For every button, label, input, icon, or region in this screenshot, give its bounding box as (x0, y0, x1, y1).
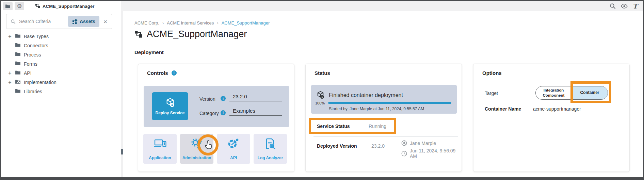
person-icon (401, 140, 407, 146)
deployment-section-heading: Deployment (134, 49, 164, 55)
asset-navigator-sidebar: Assets × + Base Types Connectors Process… (1, 11, 121, 177)
deploy-service-button[interactable]: Deploy Service (152, 92, 188, 120)
container-name-label: Container Name (485, 106, 521, 112)
assets-icon (72, 19, 78, 24)
expand-plus-icon[interactable]: + (7, 70, 12, 76)
target-toggle: Integration Component Container (535, 86, 608, 100)
sidebar-item-forms[interactable]: Forms (1, 59, 121, 68)
status-message: Finished container deployment (329, 92, 403, 98)
target-label: Target (485, 91, 498, 96)
breadcrumb-item-acme-corp[interactable]: ACME Corp. (134, 20, 159, 26)
sidebar-item-api[interactable]: + API (1, 68, 121, 78)
target-option-container[interactable]: Container (571, 86, 608, 99)
text-tool-icon[interactable]: T (633, 3, 638, 10)
administration-tile-button[interactable]: Administration (180, 134, 213, 164)
container-name-value: acme-supportmanager (533, 106, 581, 112)
topbar-tab-strip: ⚙ ACME_SupportManager (1, 1, 121, 11)
administration-icon (190, 134, 203, 153)
project-hierarchy-icon (35, 4, 40, 9)
deployed-version-label: Deployed Version (317, 143, 357, 149)
deployment-status-panel: Finished container deployment 100% Start… (311, 85, 457, 114)
log-analyzer-tile-button[interactable]: Log Analyzer (254, 134, 287, 164)
assets-filter-chip[interactable]: Assets (68, 16, 99, 27)
folder-icon (5, 4, 11, 9)
resize-handle-icon[interactable] (121, 149, 123, 154)
progress-bar (328, 102, 451, 104)
search-icon[interactable] (610, 3, 616, 9)
deployed-at-value: Jun 11, 2024, 9:56:09 AM (410, 148, 462, 159)
sidebar-resize-divider[interactable] (121, 11, 123, 177)
status-heading: Status (315, 70, 330, 76)
deploy-package-icon (165, 97, 176, 108)
category-value[interactable]: Examples (229, 108, 282, 116)
container-package-icon (316, 91, 325, 100)
api-tile-button[interactable]: API (217, 134, 250, 164)
sidebar-item-connectors[interactable]: Connectors (1, 41, 121, 50)
breadcrumb-separator-icon: › (162, 20, 164, 26)
search-input[interactable] (19, 19, 68, 24)
breadcrumb-separator-icon: › (217, 20, 218, 26)
log-analyzer-icon (265, 134, 275, 153)
folder-icon (15, 70, 21, 76)
assets-chip-label: Assets (80, 19, 95, 24)
progress-percent: 100% (313, 101, 327, 105)
controls-card: Controls i Deploy Service Version i 23.2… (138, 64, 294, 172)
expand-plus-icon[interactable]: + (7, 80, 12, 85)
deploy-panel: Deploy Service Version i 23.2.0 Category… (144, 86, 289, 127)
close-icon[interactable]: × (103, 18, 107, 25)
tab-acme-supportmanager[interactable]: ACME_SupportManager (35, 4, 95, 9)
sidebar-item-base-types[interactable]: + Base Types (1, 32, 121, 41)
sidebar-item-libraries[interactable]: Libraries (1, 87, 121, 96)
deploy-button-label: Deploy Service (155, 111, 184, 115)
settings-button[interactable]: ⚙ (15, 2, 24, 10)
deployed-by-value: Jane Marple (410, 141, 436, 146)
folder-icon (15, 88, 21, 95)
topbar: T (121, 1, 643, 11)
controls-heading: Controls (147, 70, 168, 76)
version-value[interactable]: 23.2.0 (229, 94, 282, 101)
main-content: ACME Corp. › ACME Internal Services › AC… (123, 11, 643, 177)
project-hierarchy-icon (134, 31, 143, 38)
api-icon (227, 134, 240, 153)
expand-plus-icon[interactable]: + (7, 34, 12, 39)
breadcrumb-item-internal-services[interactable]: ACME Internal Services (167, 20, 214, 26)
gear-icon: ⚙ (17, 3, 22, 9)
options-heading: Options (482, 70, 502, 76)
target-option-integration-component[interactable]: Integration Component (536, 86, 571, 99)
started-by-text: Started by: Jane Marple at Jun 11, 2024,… (329, 107, 424, 111)
service-status-value: Running (369, 124, 386, 129)
tab-title: ACME_SupportManager (43, 4, 95, 9)
folder-icon (15, 43, 21, 49)
preview-eye-icon[interactable] (621, 4, 628, 9)
version-label: Version (199, 96, 215, 102)
info-icon[interactable]: i (221, 110, 226, 115)
asset-tree: + Base Types Connectors Process Forms + … (1, 32, 121, 96)
divider-line (313, 136, 458, 137)
service-status-label: Service Status (317, 124, 350, 129)
folder-browser-button[interactable] (3, 2, 13, 10)
folder-icon (15, 61, 21, 67)
implementation-folder-icon (15, 79, 21, 85)
folder-icon (15, 33, 21, 39)
sidebar-item-process[interactable]: Process (1, 50, 121, 59)
page-title: ACME_SupportManager (147, 29, 247, 39)
folder-icon (15, 52, 21, 58)
sidebar-item-implementation[interactable]: + Implementation (1, 78, 121, 87)
app-window: T ⚙ ACME_SupportManager (0, 0, 644, 180)
clock-icon (401, 151, 407, 157)
info-icon[interactable]: i (221, 96, 226, 101)
application-icon (153, 134, 167, 153)
application-tile-button[interactable]: Application (143, 134, 177, 164)
deployed-version-value: 23.2.0 (371, 143, 385, 149)
breadcrumb-item-current[interactable]: ACME_SupportManager (222, 20, 270, 26)
breadcrumb: ACME Corp. › ACME Internal Services › AC… (134, 20, 270, 26)
status-card: Status Finished container deployment 100… (305, 64, 462, 172)
info-icon[interactable]: i (172, 70, 177, 76)
options-card: Options Target Integration Component Con… (473, 64, 630, 172)
category-label: Category (199, 111, 219, 116)
search-icon (11, 19, 16, 24)
search-criteria-box: Assets × (6, 14, 112, 29)
